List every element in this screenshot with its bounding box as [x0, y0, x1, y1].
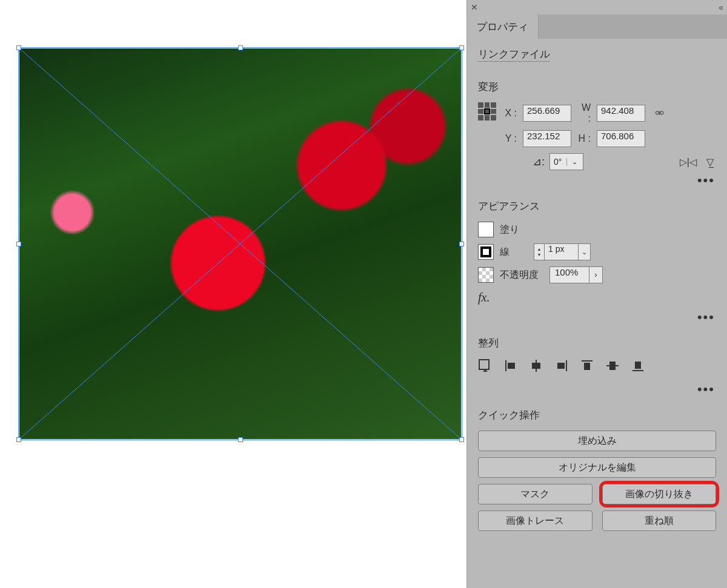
tab-properties[interactable]: プロパティ: [467, 15, 539, 39]
align-hcenter-icon[interactable]: [529, 358, 543, 375]
align-vcenter-icon[interactable]: [605, 358, 620, 375]
x-input[interactable]: 256.669: [523, 105, 571, 122]
svg-rect-6: [532, 363, 540, 369]
section-quick-title: クイック操作: [478, 408, 716, 422]
svg-rect-2: [479, 360, 489, 369]
placed-image[interactable]: [19, 48, 461, 439]
image-content: [19, 48, 461, 439]
x-label: X :: [503, 108, 517, 119]
flip-horizontal-icon[interactable]: ▷|◁: [680, 156, 697, 168]
svg-rect-14: [635, 362, 641, 369]
linked-file-label[interactable]: リンクファイル: [478, 47, 550, 62]
collapse-icon[interactable]: «: [719, 2, 723, 12]
align-more-icon[interactable]: •••: [478, 379, 716, 402]
align-bottom-icon[interactable]: [631, 358, 645, 375]
stroke-unit-dropdown[interactable]: ⌄: [579, 243, 591, 260]
svg-rect-12: [609, 362, 616, 370]
crop-image-button[interactable]: 画像の切り抜き: [602, 484, 717, 504]
transform-more-icon[interactable]: •••: [478, 170, 716, 193]
fill-swatch[interactable]: [478, 222, 494, 237]
align-right-icon[interactable]: [554, 358, 569, 375]
svg-rect-8: [557, 363, 565, 369]
fill-label: 塗り: [500, 223, 519, 236]
opacity-label: 不透明度: [500, 269, 539, 282]
mask-button[interactable]: マスク: [478, 484, 593, 504]
arrange-button[interactable]: 重ね順: [602, 510, 717, 531]
flip-vertical-icon[interactable]: ▽̲: [706, 156, 714, 168]
w-input[interactable]: 942.408: [597, 105, 645, 122]
h-label: H :: [577, 133, 591, 144]
link-wh-icon[interactable]: ⚮: [655, 107, 664, 120]
w-label: W :: [577, 102, 591, 124]
opacity-dropdown[interactable]: ›: [589, 266, 603, 283]
appearance-more-icon[interactable]: •••: [478, 307, 716, 330]
opacity-input[interactable]: 100%: [549, 266, 589, 283]
close-icon[interactable]: ✕: [471, 2, 478, 12]
svg-rect-7: [566, 360, 567, 371]
section-align-title: 整列: [478, 336, 716, 350]
y-label: Y :: [503, 133, 517, 144]
svg-rect-4: [508, 363, 515, 369]
svg-rect-13: [632, 370, 643, 371]
stroke-swatch[interactable]: [478, 244, 494, 260]
rotation-input[interactable]: 0°⌄: [549, 153, 583, 170]
reference-point-widget[interactable]: [478, 102, 496, 121]
edit-original-button[interactable]: オリジナルを編集: [478, 457, 716, 478]
section-transform-title: 変形: [478, 80, 716, 94]
y-input[interactable]: 232.152: [523, 130, 571, 147]
h-input[interactable]: 706.806: [597, 130, 645, 147]
canvas-area[interactable]: [0, 0, 466, 588]
stroke-label: 線: [500, 246, 510, 259]
svg-rect-10: [584, 363, 590, 370]
align-to-artboard-icon[interactable]: [478, 358, 493, 375]
svg-rect-9: [582, 360, 593, 362]
align-top-icon[interactable]: [580, 358, 594, 375]
angle-icon: ⊿:: [533, 155, 545, 168]
stroke-width-input[interactable]: 1 px: [545, 243, 579, 260]
properties-panel: ✕ « プロパティ リンクファイル 変形 X : 256.669 W : 942…: [466, 0, 727, 588]
opacity-swatch[interactable]: [478, 267, 494, 283]
fx-icon[interactable]: fx.: [478, 291, 716, 305]
image-trace-button[interactable]: 画像トレース: [478, 510, 593, 531]
panel-tabs: プロパティ: [467, 15, 727, 39]
align-left-icon[interactable]: [503, 358, 518, 375]
section-appearance-title: アピアランス: [478, 199, 716, 213]
stroke-stepper[interactable]: ▴▾: [534, 243, 545, 260]
svg-rect-3: [505, 360, 506, 371]
embed-button[interactable]: 埋め込み: [478, 431, 716, 451]
